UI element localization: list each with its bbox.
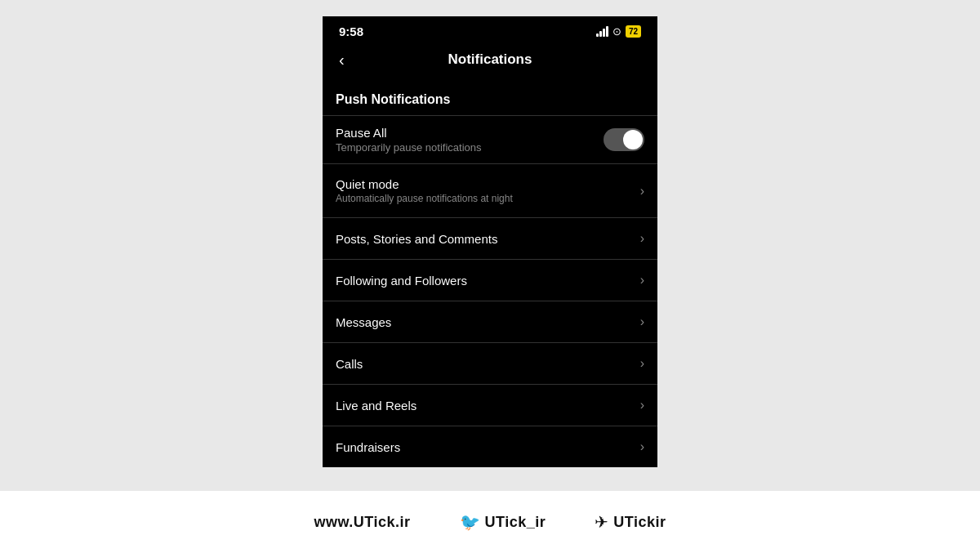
chevron-icon: › bbox=[640, 439, 644, 454]
wifi-icon: ⊙ bbox=[612, 25, 621, 38]
following-followers-label: Following and Followers bbox=[336, 274, 467, 288]
quiet-mode-label: Quiet mode bbox=[336, 177, 513, 191]
telegram-icon: ✈ bbox=[595, 512, 608, 532]
posts-stories-label: Posts, Stories and Comments bbox=[336, 232, 497, 246]
toggle-knob bbox=[623, 130, 643, 149]
status-bar: 9:58 ⊙ 72 bbox=[323, 16, 657, 43]
pause-all-toggle[interactable] bbox=[604, 128, 644, 151]
back-button[interactable]: ‹ bbox=[336, 47, 348, 73]
calls-label: Calls bbox=[336, 357, 363, 371]
quiet-mode-row[interactable]: Quiet mode Automatically pause notificat… bbox=[323, 164, 657, 217]
app-header: ‹ Notifications bbox=[323, 43, 657, 79]
footer-telegram: ✈ UTickir bbox=[595, 512, 666, 532]
twitter-text: UTick_ir bbox=[485, 514, 546, 531]
section-title: Push Notifications bbox=[336, 92, 450, 106]
following-followers-row[interactable]: Following and Followers › bbox=[323, 260, 657, 301]
chevron-icon: › bbox=[640, 398, 644, 413]
footer-website: www.UTick.ir bbox=[314, 514, 411, 531]
chevron-icon: › bbox=[640, 273, 644, 288]
footer-twitter: 🐦 UTick_ir bbox=[460, 512, 546, 532]
battery-badge: 72 bbox=[626, 25, 641, 38]
messages-label: Messages bbox=[336, 315, 391, 329]
messages-row[interactable]: Messages › bbox=[323, 301, 657, 342]
phone-screen: 9:58 ⊙ 72 ‹ Notifications Push Notificat… bbox=[323, 16, 657, 467]
status-icons: ⊙ 72 bbox=[596, 25, 641, 38]
chevron-icon: › bbox=[640, 231, 644, 246]
chevron-icon: › bbox=[640, 314, 644, 329]
fundraisers-row[interactable]: Fundraisers › bbox=[323, 426, 657, 467]
posts-stories-row[interactable]: Posts, Stories and Comments › bbox=[323, 218, 657, 259]
page-title: Notifications bbox=[448, 51, 532, 68]
content-area: Push Notifications Pause All Temporarily… bbox=[323, 79, 657, 467]
pause-all-subtitle: Temporarily pause notifications bbox=[336, 141, 604, 154]
signal-icon bbox=[596, 27, 608, 37]
telegram-text: UTickir bbox=[613, 514, 666, 531]
calls-row[interactable]: Calls › bbox=[323, 343, 657, 384]
live-reels-label: Live and Reels bbox=[336, 399, 416, 413]
live-reels-row[interactable]: Live and Reels › bbox=[323, 385, 657, 426]
status-time: 9:58 bbox=[339, 25, 363, 38]
pause-all-row[interactable]: Pause All Temporarily pause notification… bbox=[323, 116, 657, 163]
chevron-icon: › bbox=[640, 184, 644, 198]
quiet-mode-subtitle: Automatically pause notifications at nig… bbox=[336, 193, 513, 204]
footer: www.UTick.ir 🐦 UTick_ir ✈ UTickir bbox=[0, 491, 980, 553]
fundraisers-label: Fundraisers bbox=[336, 440, 400, 454]
twitter-icon: 🐦 bbox=[460, 512, 480, 532]
website-text: www.UTick.ir bbox=[314, 514, 411, 531]
section-push-notifications: Push Notifications bbox=[323, 79, 657, 115]
chevron-icon: › bbox=[640, 356, 644, 371]
pause-all-label: Pause All bbox=[336, 126, 604, 140]
